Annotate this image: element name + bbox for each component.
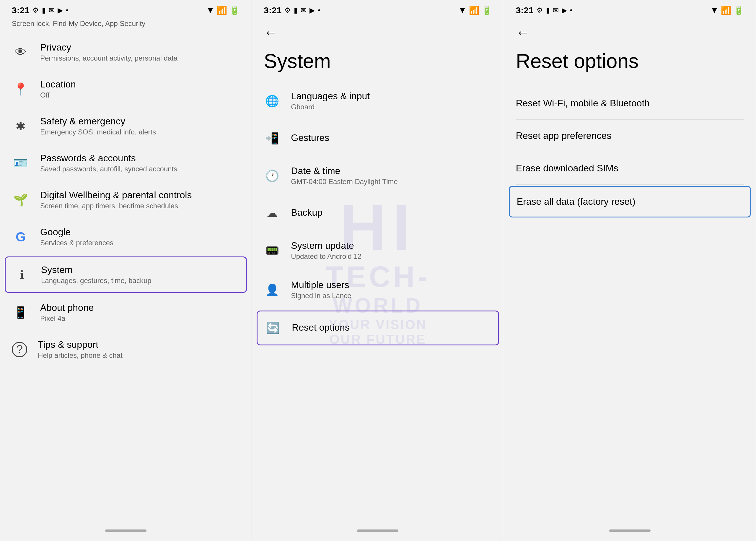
passwords-title: Passwords & accounts [40,153,240,164]
reset-item-erase-sims[interactable]: Erase downloaded SIMs [504,152,756,184]
privacy-title: Privacy [40,42,240,53]
settings-item-digital-wellbeing[interactable]: 🌱 Digital Wellbeing & parental controls … [0,182,252,218]
privacy-text: Privacy Permissions, account activity, p… [40,42,240,62]
system-item-reset[interactable]: 🔄 Reset options [257,310,499,345]
passwords-icon: 🪪 [12,154,30,172]
panel-system: 3:21 ⚙ ▮ ✉ ▶ • ▼ 📶 🔋 ← System 🌐 Language… [252,0,504,541]
time-2: 3:21 [264,5,281,15]
languages-subtitle: Gboard [291,103,492,111]
location-title: Location [40,79,240,90]
settings-list: 👁 Privacy Permissions, account activity,… [0,34,252,523]
safety-icon: ✱ [12,117,30,135]
status-bar-2: 3:21 ⚙ ▮ ✉ ▶ • ▼ 📶 🔋 [252,0,504,18]
settings-item-passwords[interactable]: 🪪 Passwords & accounts Saved passwords, … [0,145,252,182]
about-phone-title: About phone [40,302,240,313]
status-right-2: ▼ 📶 🔋 [458,6,492,15]
gestures-text: Gestures [291,132,492,145]
google-title: Google [40,227,240,238]
reset-text: Reset options [292,322,491,334]
status-left-2: 3:21 ⚙ ▮ ✉ ▶ • [264,5,320,15]
reset-item-app-prefs[interactable]: Reset app preferences [504,120,756,152]
tips-text: Tips & support Help articles, phone & ch… [38,339,240,359]
settings-status-icon: ⚙ [33,6,39,14]
update-subtitle: Updated to Android 12 [291,252,492,261]
update-title: System update [291,240,492,251]
tips-title: Tips & support [38,339,240,350]
wifi-icon-3: ▼ [710,6,718,15]
safety-subtitle: Emergency SOS, medical info, alerts [40,128,240,136]
safety-title: Safety & emergency [40,116,240,127]
panel1-subtitle: Screen lock, Find My Device, App Securit… [0,18,252,34]
bottom-indicator-2 [357,529,398,532]
languages-text: Languages & input Gboard [291,91,492,111]
system-item-datetime[interactable]: 🕐 Date & time GMT-04:00 Eastern Daylight… [252,156,504,195]
panel-reset-options: 3:21 ⚙ ▮ ✉ ▶ • ▼ 📶 🔋 ← Reset options Res… [504,0,756,541]
google-icon: G [12,228,30,246]
bottom-bar-3 [504,523,756,541]
settings-item-about[interactable]: 📱 About phone Pixel 4a [0,294,252,331]
languages-icon: 🌐 [264,93,280,109]
passwords-subtitle: Saved passwords, autofill, synced accoun… [40,165,240,173]
location-text: Location Off [40,79,240,99]
privacy-subtitle: Permissions, account activity, personal … [40,54,240,62]
about-phone-subtitle: Pixel 4a [40,314,240,323]
erase-sims-label: Erase downloaded SIMs [516,163,619,174]
settings-item-location[interactable]: 📍 Location Off [0,71,252,108]
backup-title: Backup [291,207,492,218]
gestures-title: Gestures [291,132,492,143]
digital-wellbeing-title: Digital Wellbeing & parental controls [40,190,240,201]
settings-item-privacy[interactable]: 👁 Privacy Permissions, account activity,… [0,34,252,71]
users-text: Multiple users Signed in as Lance [291,279,492,300]
bottom-indicator-1 [105,529,146,532]
battery-icon: 🔋 [229,6,240,15]
status-right-1: ▼ 📶 🔋 [206,6,240,15]
reset-title: Reset options [292,322,491,333]
system-item-backup[interactable]: ☁ Backup [252,195,504,231]
system-item-update[interactable]: 📟 System update Updated to Android 12 [252,231,504,270]
reset-list: Reset Wi-Fi, mobile & Bluetooth Reset ap… [504,81,756,523]
system-subtitle: Languages, gestures, time, backup [41,276,239,285]
battery-icon-3: 🔋 [734,6,744,15]
back-button-3[interactable]: ← [504,18,756,43]
languages-title: Languages & input [291,91,492,102]
datetime-icon: 🕐 [264,168,280,184]
users-icon: 👤 [264,281,280,298]
location-icon: 📍 [12,80,30,98]
system-item-gestures[interactable]: 📲 Gestures [252,121,504,156]
status-bar-1: 3:21 ⚙ ▮ ✉ ▶ • ▼ 📶 🔋 [0,0,252,18]
settings-item-google[interactable]: G Google Services & preferences [0,218,252,255]
system-text: System Languages, gestures, time, backup [41,265,239,285]
play-status-icon: ▶ [58,6,63,14]
reset-item-wifi[interactable]: Reset Wi-Fi, mobile & Bluetooth [504,87,756,119]
update-icon: 📟 [264,242,280,259]
wifi-icon-2: ▼ [458,6,467,15]
settings-item-tips[interactable]: ? Tips & support Help articles, phone & … [0,331,252,368]
tips-subtitle: Help articles, phone & chat [38,351,240,359]
users-title: Multiple users [291,279,492,290]
bottom-bar-2 [252,523,504,541]
system-item-languages[interactable]: 🌐 Languages & input Gboard [252,81,504,121]
reset-item-factory-reset[interactable]: Erase all data (factory reset) [509,186,751,218]
signal-status-icon: ▮ [42,6,46,14]
backup-icon: ☁ [264,205,280,221]
settings-item-system[interactable]: ℹ System Languages, gestures, time, back… [5,257,247,293]
back-button-2[interactable]: ← [252,18,504,43]
system-page-title: System [252,43,504,81]
update-text: System update Updated to Android 12 [291,240,492,261]
status-bar-3: 3:21 ⚙ ▮ ✉ ▶ • ▼ 📶 🔋 [504,0,756,18]
settings-item-safety[interactable]: ✱ Safety & emergency Emergency SOS, medi… [0,108,252,145]
status-left-1: 3:21 ⚙ ▮ ✉ ▶ • [12,5,68,15]
google-text: Google Services & preferences [40,227,240,247]
digital-wellbeing-subtitle: Screen time, app timers, bedtime schedul… [40,202,240,210]
bottom-indicator-3 [609,529,650,532]
system-list: 🌐 Languages & input Gboard 📲 Gestures 🕐 … [252,81,504,523]
signal-icon: 📶 [217,6,227,15]
about-phone-text: About phone Pixel 4a [40,302,240,323]
msg-status-icon: ✉ [49,6,55,14]
google-subtitle: Services & preferences [40,239,240,247]
tips-icon: ? [12,342,27,357]
system-item-users[interactable]: 👤 Multiple users Signed in as Lance [252,270,504,309]
signal-icon-2: 📶 [469,6,479,15]
datetime-subtitle: GMT-04:00 Eastern Daylight Time [291,178,492,186]
digital-wellbeing-text: Digital Wellbeing & parental controls Sc… [40,190,240,210]
